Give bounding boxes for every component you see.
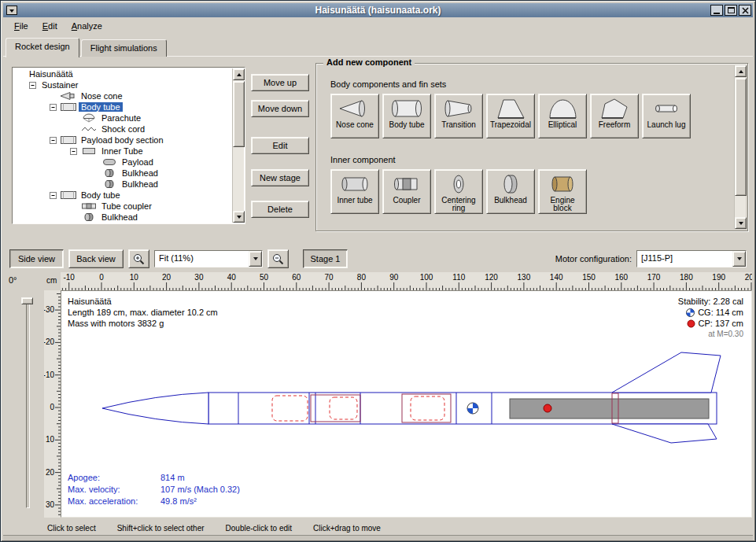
stability-value: Stability: 2.28 cal	[678, 296, 743, 307]
body-tube-icon	[60, 102, 79, 112]
tree-expander-icon[interactable]	[50, 192, 60, 199]
bulkhead-icon	[80, 212, 99, 222]
svg-text:180: 180	[680, 273, 693, 282]
tree-item-label: Sustainer	[39, 80, 80, 90]
tree-item-bulkhead[interactable]: Bulkhead	[13, 212, 231, 223]
tree-item-label: Body tube	[79, 190, 123, 200]
minimize-button[interactable]	[710, 5, 723, 16]
scroll-up-button[interactable]	[233, 68, 245, 80]
chevron-down-icon[interactable]	[732, 251, 746, 267]
tree-item-payload-body-section[interactable]: Payload body section	[13, 135, 231, 146]
tree-item-bulkhead[interactable]: Bulkhead	[13, 179, 231, 190]
motor-config-combobox[interactable]: [J115-P]	[636, 250, 747, 267]
payload-icon	[101, 157, 120, 167]
back-view-button[interactable]: Back view	[68, 249, 124, 268]
arrow-down-icon	[739, 222, 743, 225]
tree-item-bulkhead[interactable]: Bulkhead	[13, 168, 231, 179]
svg-text:170: 170	[647, 273, 661, 282]
add-inner-tube-button[interactable]: Inner tube	[330, 169, 379, 214]
new-stage-button[interactable]: New stage	[251, 169, 309, 186]
tree-item-inner-tube[interactable]: Inner Tube	[13, 146, 231, 157]
rotation-slider[interactable]	[21, 296, 33, 510]
delete-button[interactable]: Delete	[251, 201, 309, 218]
move-up-button[interactable]: Move up	[251, 74, 309, 91]
add-transition-button[interactable]: Transition	[434, 94, 483, 138]
flight-stat-label: Max. acceleration:	[68, 496, 160, 507]
tree-item-sustainer[interactable]: Sustainer	[13, 79, 231, 90]
add-body-tube-button[interactable]: Body tube	[382, 94, 431, 138]
svg-text:-10: -10	[63, 273, 75, 282]
component-tree[interactable]: HaisunäätäSustainerNose coneBody tubePar…	[13, 68, 231, 223]
bottom-resize-bar	[3, 535, 753, 540]
chevron-down-icon[interactable]	[249, 251, 262, 267]
tree-expander-icon[interactable]	[50, 104, 60, 111]
close-button[interactable]	[739, 5, 751, 16]
scroll-down-button[interactable]	[233, 211, 245, 223]
add-freeform-button[interactable]: Freeform	[590, 94, 639, 138]
tree-item-label: Payload	[120, 157, 156, 167]
tree-item-payload[interactable]: Payload	[13, 157, 231, 168]
zoom-in-button[interactable]	[128, 249, 149, 268]
menubar: FileEditAnalyze	[3, 17, 753, 34]
inner-tube-icon	[337, 171, 372, 197]
scroll-down-button[interactable]	[735, 217, 747, 229]
freeform-fin-icon	[597, 96, 632, 121]
add-engine-block-button[interactable]: Engine block	[538, 169, 587, 214]
move-down-button[interactable]: Move down	[251, 100, 309, 117]
tree-item-label: Inner Tube	[99, 146, 146, 156]
stage-1-toggle[interactable]: Stage 1	[303, 249, 348, 268]
tree-item-haisun-t[interactable]: Haisunäätä	[13, 68, 231, 79]
tree-scrollbar[interactable]	[232, 68, 244, 223]
tab-rocket-design[interactable]: Rocket design	[6, 38, 79, 57]
tree-item-body-tube[interactable]: Body tube	[13, 101, 231, 112]
edit-button[interactable]: Edit	[251, 137, 309, 154]
tree-item-tube-coupler[interactable]: Tube coupler	[13, 201, 231, 212]
menu-file[interactable]: File	[8, 19, 35, 33]
vertical-ruler: -30-20-100102030	[44, 290, 61, 518]
zoom-combobox[interactable]: Fit (11%)	[154, 250, 263, 267]
tree-item-nose-cone[interactable]: Nose cone	[13, 90, 231, 101]
fin-upper-outline[interactable]	[612, 352, 721, 393]
tree-item-shock-cord[interactable]: Shock cord	[13, 124, 231, 135]
rocket-design-panel: HaisunäätäSustainerNose coneBody tubePar…	[3, 56, 753, 239]
fin-lower-outline[interactable]	[612, 424, 717, 443]
close-icon	[742, 7, 749, 14]
engine-block-icon	[545, 171, 580, 197]
nose-cone-outline[interactable]	[102, 393, 208, 424]
svg-text:-10: -10	[44, 371, 54, 379]
nose-cone-icon	[60, 91, 79, 101]
add-bulkhead-button[interactable]: Bulkhead	[486, 169, 535, 214]
tree-item-label: Bulkhead	[120, 168, 160, 178]
scrollbar-thumb[interactable]	[233, 81, 245, 147]
tree-expander-icon[interactable]	[29, 82, 39, 89]
motor-config-value: [J115-P]	[637, 251, 732, 267]
add-elliptical-button[interactable]: Elliptical	[538, 94, 587, 138]
tree-item-parachute[interactable]: Parachute	[13, 112, 231, 124]
zoom-out-button[interactable]	[267, 249, 289, 268]
scrollbar-thumb[interactable]	[735, 78, 747, 196]
add-coupler-button[interactable]: Coupler	[382, 169, 431, 214]
tree-item-body-tube[interactable]: Body tube	[13, 190, 231, 201]
rocket-canvas[interactable]: Haisunäätä Length 189 cm, max. diameter …	[61, 290, 752, 518]
tab-flight-simulations[interactable]: Flight simulations	[81, 39, 167, 57]
add-trapezoidal-button[interactable]: Trapezoidal	[486, 94, 535, 138]
motor-fill[interactable]	[510, 399, 709, 418]
menu-edit[interactable]: Edit	[36, 19, 64, 33]
scroll-up-button[interactable]	[735, 65, 747, 77]
components-scrollbar[interactable]	[734, 65, 746, 229]
titlebar[interactable]: Haisunäätä (haisunaata.ork)	[3, 3, 753, 17]
tree-expander-icon[interactable]	[50, 137, 60, 144]
svg-text:130: 130	[518, 273, 531, 282]
inner-components-label: Inner component	[330, 155, 396, 164]
svg-text:-20: -20	[44, 337, 54, 346]
rotation-slider-thumb[interactable]	[21, 297, 33, 304]
shock-cord-icon	[80, 124, 99, 134]
svg-text:100: 100	[420, 273, 433, 282]
add-nose-cone-button[interactable]: Nose cone	[330, 94, 379, 138]
side-view-button[interactable]: Side view	[9, 249, 64, 268]
maximize-button[interactable]	[725, 5, 737, 16]
add-centering-ring-button[interactable]: Centering ring	[434, 169, 483, 214]
menu-analyze[interactable]: Analyze	[65, 19, 109, 33]
tree-expander-icon[interactable]	[70, 148, 80, 155]
add-launch-lug-button[interactable]: Launch lug	[642, 94, 691, 138]
